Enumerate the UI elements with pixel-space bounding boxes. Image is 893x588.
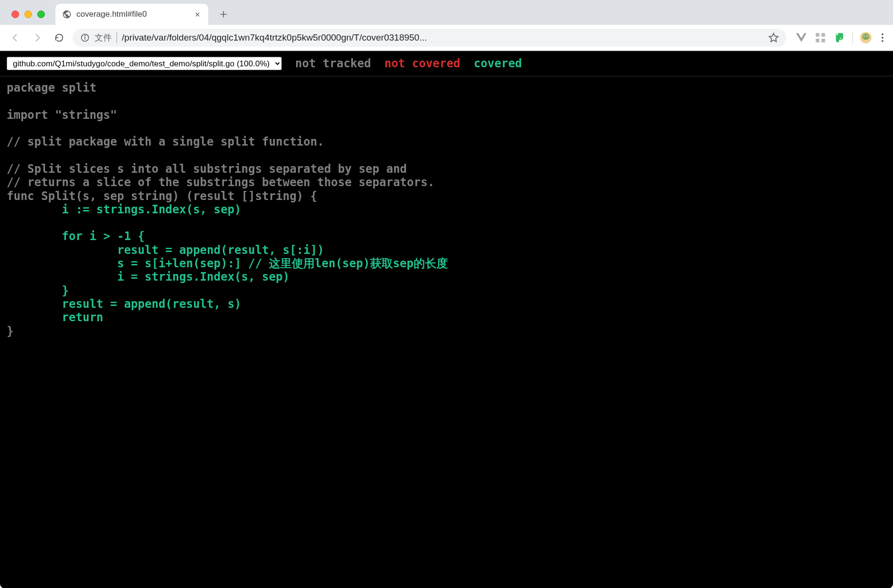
code-line: package split xyxy=(7,81,96,94)
forward-button[interactable] xyxy=(29,29,46,46)
code-line: s = s[i+len(sep):] // 这里使用len(sep)获取sep的… xyxy=(7,257,448,270)
vue-extension-icon[interactable] xyxy=(795,32,808,44)
legend-not-covered: not covered xyxy=(384,57,460,70)
code-line: } xyxy=(7,325,13,338)
browser-menu-button[interactable] xyxy=(879,33,886,42)
browser-tab[interactable]: coverage.html#file0 xyxy=(55,4,208,25)
window-controls xyxy=(7,10,51,25)
bookmark-star-icon[interactable] xyxy=(768,32,779,43)
svg-rect-4 xyxy=(821,33,825,37)
code-line: func Split(s, sep string) (result []stri… xyxy=(7,189,317,203)
toolbar: 文件 /private/var/folders/04/qgqlc1wn7kq4t… xyxy=(0,25,893,51)
window-close-button[interactable] xyxy=(11,10,19,18)
address-scheme-label: 文件 xyxy=(95,32,112,43)
svg-rect-6 xyxy=(821,39,825,42)
svg-rect-3 xyxy=(816,33,819,37)
code-line: // returns a slice of the substrings bet… xyxy=(7,176,435,189)
tab-title: coverage.html#file0 xyxy=(76,10,189,19)
code-line: result = append(result, s[:i]) xyxy=(7,243,324,257)
grid-extension-icon[interactable] xyxy=(814,32,827,44)
address-url: /private/var/folders/04/qgqlc1wn7kq4trtz… xyxy=(122,32,764,43)
legend-covered: covered xyxy=(474,57,522,70)
code-line: // split package with a single split fun… xyxy=(7,135,324,148)
coverage-legend: not tracked not covered covered xyxy=(295,57,522,70)
address-bar[interactable]: 文件 /private/var/folders/04/qgqlc1wn7kq4t… xyxy=(73,29,787,47)
info-icon[interactable] xyxy=(80,33,90,42)
svg-point-2 xyxy=(85,35,85,36)
window-minimize-button[interactable] xyxy=(24,10,32,18)
address-separator xyxy=(117,32,117,43)
tab-bar: coverage.html#file0 xyxy=(0,0,893,25)
file-select[interactable]: github.com/Q1mi/studygo/code_demo/test_d… xyxy=(7,57,282,70)
code-line: } xyxy=(7,284,69,297)
source-code: package split import "strings" // split … xyxy=(0,76,893,352)
code-line: i = strings.Index(s, sep) xyxy=(7,270,289,284)
code-line: import "strings" xyxy=(7,108,117,122)
back-button[interactable] xyxy=(7,29,24,46)
browser-chrome: coverage.html#file0 文件 /private/var/fold… xyxy=(0,0,893,51)
code-line: // Split slices s into all substrings se… xyxy=(7,162,407,176)
coverage-header: github.com/Q1mi/studygo/code_demo/test_d… xyxy=(0,51,893,76)
svg-point-11 xyxy=(864,35,865,36)
svg-point-12 xyxy=(867,35,868,36)
extension-divider xyxy=(852,32,853,44)
code-line: return xyxy=(7,311,103,324)
extension-icons xyxy=(791,32,886,44)
code-line: for i > -1 { xyxy=(7,230,145,243)
code-line: result = append(result, s) xyxy=(7,297,241,311)
evernote-extension-icon[interactable] xyxy=(833,32,846,44)
page-content: github.com/Q1mi/studygo/code_demo/test_d… xyxy=(0,51,893,588)
reload-button[interactable] xyxy=(51,29,68,46)
code-line: i := strings.Index(s, sep) xyxy=(7,203,241,216)
profile-avatar-icon[interactable] xyxy=(860,32,872,44)
globe-icon xyxy=(62,10,72,19)
window-maximize-button[interactable] xyxy=(37,10,45,18)
tab-close-button[interactable] xyxy=(193,10,202,19)
svg-rect-5 xyxy=(816,39,819,42)
svg-point-8 xyxy=(862,33,869,40)
new-tab-button[interactable] xyxy=(215,6,232,23)
legend-not-tracked: not tracked xyxy=(295,57,371,70)
